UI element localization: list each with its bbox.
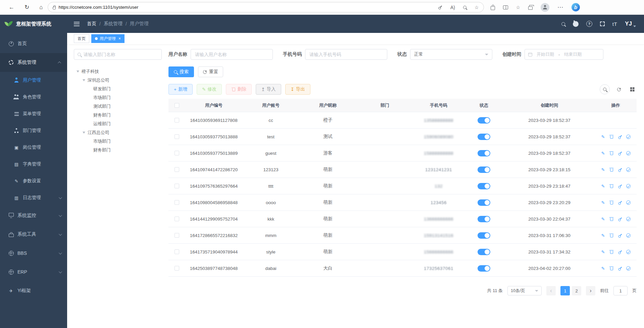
status-select[interactable]: 正常 (410, 49, 492, 60)
delete-icon[interactable] (609, 217, 614, 222)
page-button-1[interactable]: 1 (560, 286, 570, 295)
delete-icon[interactable] (609, 151, 614, 156)
reset-password-icon[interactable] (616, 134, 623, 139)
page-size-select[interactable]: 10条/页 (507, 286, 542, 295)
import-button[interactable]: ↥ 导入 (256, 84, 281, 95)
sidebar-item-dict[interactable]: 字典管理 (0, 156, 67, 173)
tree-node[interactable]: 运维部门 (74, 120, 162, 128)
breadcrumb-home[interactable]: 首页 (87, 21, 96, 27)
row-checkbox[interactable] (175, 266, 179, 271)
tree-node[interactable]: 财务部门 (74, 111, 162, 120)
status-toggle[interactable] (478, 199, 490, 206)
tree-expand-icon[interactable] (83, 132, 85, 134)
status-toggle[interactable] (478, 117, 490, 124)
close-tab-icon[interactable]: × (118, 36, 121, 41)
phone-input[interactable] (305, 49, 387, 60)
status-toggle[interactable] (478, 183, 490, 189)
assign-role-icon[interactable] (626, 233, 631, 238)
status-toggle[interactable] (478, 232, 490, 239)
zoom-icon[interactable] (463, 6, 466, 9)
delete-icon[interactable] (609, 134, 614, 139)
bing-copilot-icon[interactable]: b (572, 3, 580, 11)
assign-role-icon[interactable] (626, 266, 631, 271)
breadcrumb-system[interactable]: 系统管理 (104, 21, 122, 27)
home-icon[interactable]: ⌂ (39, 4, 43, 10)
assign-role-icon[interactable] (626, 217, 631, 222)
export-button[interactable]: ↧ 导出 (285, 84, 310, 95)
tree-node[interactable]: 橙子科技 (74, 67, 162, 76)
extensions-icon[interactable] (491, 6, 495, 10)
help-icon[interactable]: ? (586, 21, 592, 27)
tree-node[interactable]: 测试部门 (74, 102, 162, 111)
assign-role-icon[interactable] (626, 167, 631, 172)
next-page-button[interactable]: › (586, 286, 595, 295)
delete-icon[interactable] (609, 233, 614, 238)
delete-icon[interactable] (609, 249, 614, 254)
row-checkbox[interactable] (175, 184, 179, 188)
reset-password-icon[interactable] (616, 167, 623, 172)
row-checkbox[interactable] (175, 217, 179, 221)
user-avatar[interactable]: YJ (625, 20, 635, 27)
edit-icon[interactable]: ✎ (601, 200, 606, 205)
sidebar-item-monitor[interactable]: 系统监控 (0, 206, 67, 225)
tab-home[interactable]: 首页 (74, 34, 89, 43)
password-key-icon[interactable] (437, 4, 443, 10)
reset-password-icon[interactable] (616, 217, 623, 222)
favorites-icon[interactable]: ☆ (516, 5, 521, 10)
status-toggle[interactable] (478, 216, 490, 222)
sidebar-item-log[interactable]: 日志管理 (0, 189, 67, 206)
reset-password-icon[interactable] (616, 200, 623, 205)
sidebar-item-menu[interactable]: 菜单管理 (0, 105, 67, 122)
reset-password-icon[interactable] (616, 233, 623, 238)
status-toggle[interactable] (478, 249, 490, 255)
status-toggle[interactable] (478, 134, 490, 140)
collapse-sidebar-icon[interactable] (74, 22, 80, 26)
delete-icon[interactable] (609, 184, 614, 189)
address-bar[interactable]: https://ccnetcore.com:1101/system/user A… (48, 2, 484, 12)
tree-expand-icon[interactable] (83, 79, 85, 81)
row-checkbox[interactable] (175, 233, 179, 238)
sidebar-item-bbs[interactable]: BBS (0, 244, 67, 263)
assign-role-icon[interactable] (626, 151, 631, 156)
delete-icon[interactable] (609, 266, 614, 271)
toggle-search-button[interactable] (600, 84, 610, 94)
username-input[interactable] (191, 49, 273, 60)
tree-node[interactable]: 江西总公司 (74, 128, 162, 137)
delete-icon[interactable] (609, 200, 614, 205)
select-all-checkbox[interactable] (175, 103, 179, 108)
sidebar-item-param[interactable]: 参数设置 (0, 173, 67, 189)
edit-icon[interactable]: ✎ (601, 151, 606, 156)
github-icon[interactable] (573, 21, 579, 27)
edit-icon[interactable]: ✎ (601, 184, 606, 189)
search-button[interactable]: 搜索 (168, 66, 194, 77)
sidebar-item-yi[interactable]: Yi框架 (0, 281, 67, 300)
page-button-2[interactable]: 2 (572, 286, 581, 295)
assign-role-icon[interactable] (626, 184, 631, 189)
department-search-input[interactable] (84, 49, 158, 59)
add-favorite-star-icon[interactable]: ☆ (475, 5, 479, 10)
sidebar-item-role[interactable]: 角色管理 (0, 89, 67, 105)
tree-node[interactable]: 财务部门 (74, 146, 162, 154)
assign-role-icon[interactable] (626, 134, 631, 139)
font-size-icon[interactable]: tT (612, 21, 617, 27)
sidebar-item-user[interactable]: 用户管理 (0, 72, 67, 89)
reset-password-icon[interactable] (616, 151, 623, 156)
edit-icon[interactable]: ✎ (601, 167, 606, 172)
edit-icon[interactable]: ✎ (601, 134, 606, 139)
goto-page-input[interactable] (613, 286, 628, 295)
split-screen-icon[interactable] (503, 5, 508, 9)
read-aloud-icon[interactable]: A) (450, 5, 455, 10)
sidebar-item-erp[interactable]: ERP (0, 263, 67, 281)
tree-node[interactable]: 市场部门 (74, 137, 162, 146)
refresh-table-button[interactable] (614, 85, 623, 94)
edit-icon[interactable]: ✎ (601, 249, 606, 254)
sidebar-item-tools[interactable]: 系统工具 (0, 225, 67, 244)
tree-node[interactable]: 深圳总公司 (74, 76, 162, 85)
add-button[interactable]: + 新增 (168, 84, 193, 95)
sidebar-item-system[interactable]: 系统管理 (0, 53, 67, 72)
back-icon[interactable]: ← (9, 4, 14, 10)
reset-password-icon[interactable] (616, 266, 623, 271)
assign-role-icon[interactable] (626, 249, 631, 254)
reset-password-icon[interactable] (616, 184, 623, 189)
row-checkbox[interactable] (175, 200, 179, 205)
